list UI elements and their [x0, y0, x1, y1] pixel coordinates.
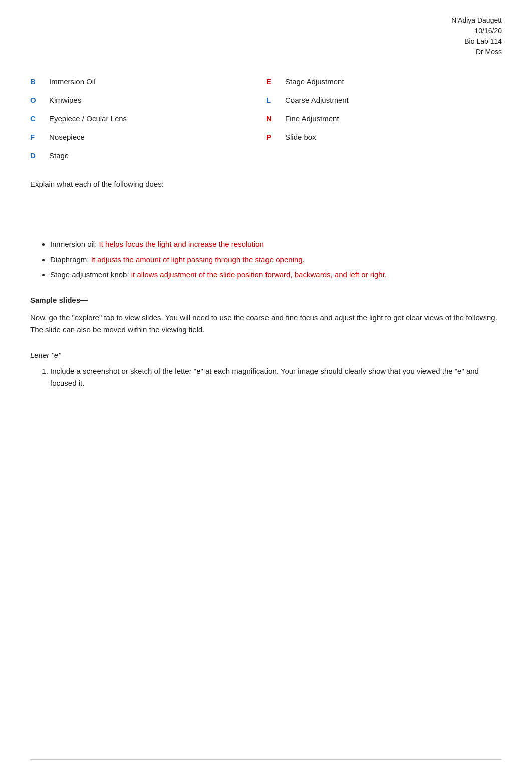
list-item: Immersion oil: It helps focus the light … — [50, 239, 502, 250]
header-date: 10/16/20 — [30, 26, 502, 36]
terms-right-column: E Stage Adjustment L Coarse Adjustment N… — [266, 72, 502, 165]
bullet-label: Stage adjustment knob: — [50, 270, 131, 279]
term-item: B Immersion Oil — [30, 72, 266, 91]
term-item: F Nosepiece — [30, 128, 266, 146]
term-item: C Eyepiece / Ocular Lens — [30, 109, 266, 128]
term-letter: E — [266, 77, 276, 86]
term-text: Nosepiece — [49, 133, 85, 141]
terms-left-column: B Immersion Oil O Kimwipes C Eyepiece / … — [30, 72, 266, 165]
header-course: Bio Lab 114 — [30, 36, 502, 47]
explain-heading: Explain what each of the following does: — [30, 180, 502, 188]
letter-e-list: Include a screenshot or sketch of the le… — [30, 365, 502, 389]
header-name: N'Adiya Daugett — [30, 15, 502, 26]
term-letter: C — [30, 114, 40, 123]
header-block: N'Adiya Daugett 10/16/20 Bio Lab 114 Dr … — [30, 15, 502, 57]
term-letter: O — [30, 96, 40, 104]
terms-grid: B Immersion Oil O Kimwipes C Eyepiece / … — [30, 72, 502, 165]
term-letter: L — [266, 96, 276, 104]
term-text: Slide box — [285, 133, 316, 141]
list-item: Include a screenshot or sketch of the le… — [50, 365, 502, 389]
sample-slides-body: Now, go the "explore" tab to view slides… — [30, 312, 502, 336]
bullet-answer: It adjusts the amount of light passing t… — [91, 255, 305, 264]
bullet-label: Diaphragm: — [50, 255, 91, 264]
term-item: O Kimwipes — [30, 91, 266, 109]
bullet-answer: It helps focus the light and increase th… — [99, 240, 264, 248]
bullet-list: Immersion oil: It helps focus the light … — [30, 239, 502, 281]
term-text: Immersion Oil — [49, 77, 96, 86]
list-item: Diaphragm: It adjusts the amount of ligh… — [50, 254, 502, 266]
term-item: E Stage Adjustment — [266, 72, 502, 91]
bullet-answer: it allows adjustment of the slide positi… — [131, 270, 387, 279]
term-letter: P — [266, 133, 276, 141]
term-text: Eyepiece / Ocular Lens — [49, 114, 127, 123]
letter-e-section: Letter "e" Include a screenshot or sketc… — [30, 351, 502, 389]
explain-section: Explain what each of the following does: — [30, 180, 502, 188]
letter-e-heading: Letter "e" — [30, 351, 502, 359]
term-letter: B — [30, 77, 40, 86]
term-text: Kimwipes — [49, 96, 81, 104]
term-item: D Stage — [30, 146, 266, 165]
term-text: Fine Adjustment — [285, 114, 339, 123]
term-text: Stage — [49, 151, 69, 160]
header-instructor: Dr Moss — [30, 47, 502, 57]
term-text: Coarse Adjustment — [285, 96, 349, 104]
term-letter: F — [30, 133, 40, 141]
term-letter: N — [266, 114, 276, 123]
term-item: P Slide box — [266, 128, 502, 146]
term-item: N Fine Adjustment — [266, 109, 502, 128]
list-item: Stage adjustment knob: it allows adjustm… — [50, 269, 502, 281]
sample-slides-heading: Sample slides— — [30, 296, 502, 304]
footer-divider — [30, 759, 502, 760]
bullet-label: Immersion oil: — [50, 240, 99, 248]
term-text: Stage Adjustment — [285, 77, 344, 86]
term-letter: D — [30, 151, 40, 160]
sample-slides-section: Sample slides— Now, go the "explore" tab… — [30, 296, 502, 336]
term-item: L Coarse Adjustment — [266, 91, 502, 109]
